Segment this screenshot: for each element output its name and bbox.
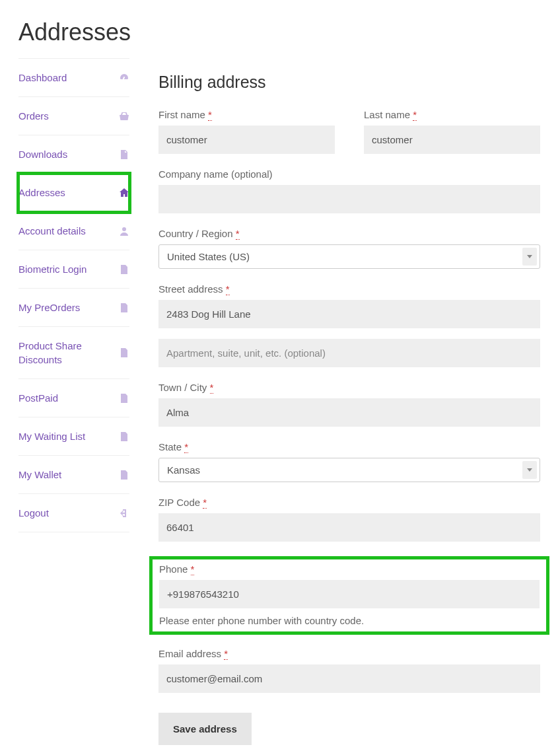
last-name-label: Last name * (364, 109, 540, 120)
zip-input[interactable] (158, 513, 540, 542)
logout-icon (119, 508, 129, 519)
sidebar-item-postpaid: PostPaid (18, 379, 129, 417)
svg-point-0 (122, 227, 126, 231)
sidebar-item-label: Product Share Discounts (18, 339, 119, 367)
sidebar-link-logout[interactable]: Logout (18, 494, 129, 532)
phone-highlight: Phone * Please enter phone number with c… (149, 556, 549, 635)
street-address-2-field (158, 339, 540, 367)
street-address-input[interactable] (158, 300, 540, 328)
first-name-input[interactable] (158, 126, 335, 154)
sidebar-item-logout: Logout (18, 494, 129, 532)
file-icon (119, 347, 129, 358)
zip-field: ZIP Code * (158, 497, 540, 542)
chevron-down-icon (522, 461, 537, 479)
basket-icon (119, 111, 129, 122)
sidebar-item-label: My Waiting List (18, 429, 119, 443)
sidebar-item-dashboard: Dashboard (18, 59, 129, 97)
country-value: United States (US) (159, 245, 540, 268)
page-title: Addresses (0, 0, 560, 58)
sidebar-link-product-share-discounts[interactable]: Product Share Discounts (18, 327, 129, 378)
sidebar-item-label: Logout (18, 506, 119, 520)
email-input[interactable] (158, 664, 540, 693)
sidebar-link-account-details[interactable]: Account details (18, 212, 129, 250)
phone-field: Phone * Please enter phone number with c… (159, 563, 540, 626)
city-label: Town / City * (158, 382, 540, 393)
file-icon (119, 264, 129, 275)
sidebar-link-orders[interactable]: Orders (18, 97, 129, 135)
sidebar-link-downloads[interactable]: Downloads (18, 135, 129, 173)
country-field: Country / Region * United States (US) (158, 228, 540, 269)
sidebar-link-dashboard[interactable]: Dashboard (18, 59, 129, 96)
file-icon (119, 431, 129, 442)
street-address-2-input[interactable] (158, 339, 540, 367)
sidebar-item-label: PostPaid (18, 391, 119, 405)
last-name-input[interactable] (364, 126, 540, 154)
sidebar-item-waiting-list: My Waiting List (18, 417, 129, 456)
sidebar-item-wallet: My Wallet (18, 456, 129, 494)
country-select[interactable]: United States (US) (158, 244, 540, 269)
first-name-label: First name * (158, 109, 335, 120)
city-field: Town / City * (158, 382, 540, 427)
save-address-button[interactable]: Save address (158, 713, 252, 745)
sidebar-item-label: My PreOrders (18, 301, 119, 314)
sidebar-item-preorders: My PreOrders (18, 289, 129, 327)
sidebar-item-account-details: Account details (18, 212, 129, 250)
sidebar-item-label: Addresses (18, 186, 119, 199)
phone-input[interactable] (159, 580, 540, 608)
zip-label: ZIP Code * (158, 497, 540, 508)
sidebar-item-orders: Orders (18, 97, 129, 135)
section-title: Billing address (158, 73, 540, 92)
state-select[interactable]: Kansas (158, 458, 540, 482)
email-field: Email address * (158, 648, 540, 693)
country-label: Country / Region * (158, 228, 540, 239)
sidebar-item-downloads: Downloads (18, 135, 129, 174)
sidebar-item-label: Account details (18, 224, 119, 238)
company-input[interactable] (158, 185, 540, 213)
state-label: State * (158, 441, 540, 452)
sidebar-item-label: Dashboard (18, 71, 119, 85)
last-name-field: Last name * (364, 109, 540, 154)
sidebar-link-wallet[interactable]: My Wallet (18, 456, 129, 493)
sidebar-link-waiting-list[interactable]: My Waiting List (18, 417, 129, 455)
phone-help-text: Please enter phone number with country c… (159, 615, 540, 626)
street-address-label: Street address * (158, 283, 540, 295)
sidebar-item-product-share-discounts: Product Share Discounts (18, 327, 129, 379)
state-field: State * Kansas (158, 441, 540, 482)
sidebar-item-label: Biometric Login (18, 262, 119, 276)
first-name-field: First name * (158, 109, 335, 154)
sidebar-item-label: Orders (18, 109, 119, 123)
file-icon (119, 149, 129, 160)
sidebar-link-addresses[interactable]: Addresses (18, 174, 129, 211)
sidebar-link-biometric-login[interactable]: Biometric Login (18, 250, 129, 288)
sidebar-item-label: My Wallet (18, 468, 119, 482)
dashboard-icon (119, 73, 129, 83)
sidebar-item-label: Downloads (18, 147, 119, 161)
file-icon (119, 470, 129, 480)
sidebar-link-preorders[interactable]: My PreOrders (18, 289, 129, 326)
account-sidebar: Dashboard Orders Downloads Addresses (18, 58, 129, 753)
sidebar-link-postpaid[interactable]: PostPaid (18, 379, 129, 417)
file-icon (119, 393, 129, 404)
street-address-field: Street address * (158, 283, 540, 328)
home-icon (119, 188, 129, 198)
file-icon (119, 303, 129, 313)
sidebar-item-biometric-login: Biometric Login (18, 250, 129, 289)
company-field: Company name (optional) (158, 168, 540, 213)
city-input[interactable] (158, 398, 540, 427)
phone-label: Phone * (159, 563, 540, 575)
billing-form: Billing address First name * Last name *… (129, 58, 560, 753)
company-label: Company name (optional) (158, 168, 540, 180)
email-label: Email address * (158, 648, 540, 659)
sidebar-item-addresses: Addresses (18, 174, 129, 212)
user-icon (119, 226, 129, 236)
chevron-down-icon (522, 248, 537, 266)
state-value: Kansas (159, 458, 540, 482)
